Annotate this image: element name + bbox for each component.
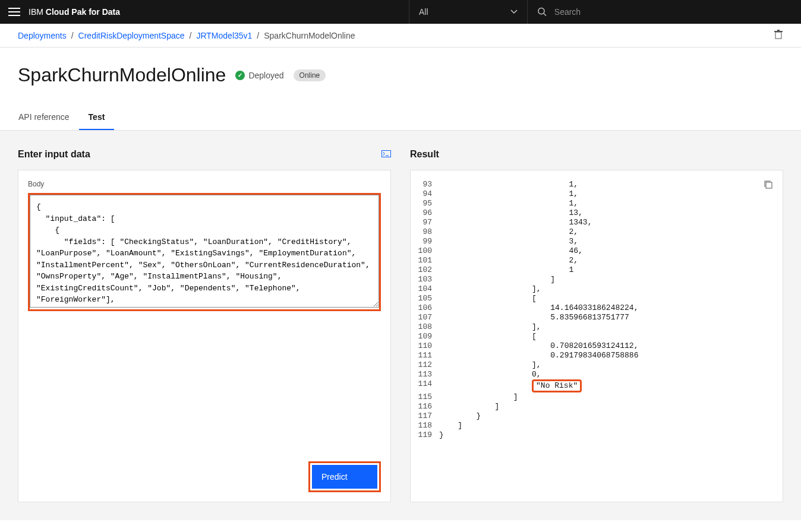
status-text: Deployed xyxy=(248,71,283,80)
page-header: SparkChurnModelOnline Deployed Online xyxy=(0,48,801,86)
breadcrumb-link-model[interactable]: JRTModel35v1 xyxy=(196,31,252,40)
result-line: 103 ] xyxy=(415,275,773,284)
search-box[interactable] xyxy=(528,0,801,24)
result-line: 97 1343, xyxy=(415,218,773,227)
result-line: 102 1 xyxy=(415,265,773,275)
line-code: } xyxy=(439,430,444,440)
tab-test[interactable]: Test xyxy=(79,105,115,130)
line-code: 1, xyxy=(439,180,578,189)
svg-point-3 xyxy=(538,8,544,14)
line-code: 1 xyxy=(439,265,573,275)
line-code: 13, xyxy=(439,208,583,218)
chevron-down-icon xyxy=(510,10,518,14)
line-code: ] xyxy=(439,392,518,402)
line-number: 95 xyxy=(415,199,439,208)
line-number: 93 xyxy=(415,180,439,189)
svg-rect-1 xyxy=(8,11,20,12)
line-number: 108 xyxy=(415,322,439,332)
svg-line-4 xyxy=(544,14,546,16)
line-number: 118 xyxy=(415,421,439,430)
online-badge: Online xyxy=(294,69,326,81)
result-line: 100 46, xyxy=(415,246,773,256)
line-number: 100 xyxy=(415,246,439,256)
top-bar: IBM Cloud Pak for Data All xyxy=(0,0,801,24)
line-code: ] xyxy=(439,402,499,411)
result-panel: Result 93 1,94 1,95 1,96 13,97 xyxy=(410,148,783,502)
result-line: 94 1, xyxy=(415,189,773,199)
line-number: 96 xyxy=(415,208,439,218)
result-line: 114 "No Risk" xyxy=(415,379,773,392)
body-textarea[interactable] xyxy=(30,195,379,308)
line-code: 2, xyxy=(439,227,578,237)
line-code: 46, xyxy=(439,246,583,256)
svg-rect-6 xyxy=(774,31,783,32)
line-code: 1, xyxy=(439,189,578,199)
result-line: 108 ], xyxy=(415,322,773,332)
body-textarea-highlight xyxy=(28,193,381,311)
svg-rect-7 xyxy=(777,30,780,31)
line-code: 0.7082016593124112, xyxy=(439,341,638,351)
breadcrumb-link-space[interactable]: CreditRiskDeploymentSpace xyxy=(78,31,185,40)
status-check-icon xyxy=(235,71,245,80)
line-number: 109 xyxy=(415,332,439,341)
result-output: 93 1,94 1,95 1,96 13,97 1343,98 2,99 xyxy=(410,170,783,502)
line-code: "No Risk" xyxy=(439,379,582,392)
search-icon xyxy=(537,7,547,17)
result-line: 93 1, xyxy=(415,180,773,189)
format-icon[interactable] xyxy=(381,150,391,159)
brand-label: IBM Cloud Pak for Data xyxy=(29,7,120,17)
line-number: 111 xyxy=(415,351,439,360)
hamburger-menu-icon[interactable] xyxy=(0,0,29,24)
result-line: 98 2, xyxy=(415,227,773,237)
predict-highlight: Predict xyxy=(308,461,381,492)
result-line: 105 [ xyxy=(415,294,773,303)
line-number: 102 xyxy=(415,265,439,275)
page-title: SparkChurnModelOnline xyxy=(18,64,226,86)
tab-api-reference[interactable]: API reference xyxy=(9,105,79,130)
content-area: Enter input data Body Predict Result xyxy=(0,131,801,520)
line-number: 116 xyxy=(415,402,439,411)
result-line: 95 1, xyxy=(415,199,773,208)
line-number: 113 xyxy=(415,370,439,379)
result-line: 104 ], xyxy=(415,284,773,294)
filter-dropdown-label: All xyxy=(419,7,428,17)
status-badge: Deployed xyxy=(235,71,283,80)
line-number: 107 xyxy=(415,313,439,322)
line-code: } xyxy=(439,411,481,421)
line-number: 105 xyxy=(415,294,439,303)
line-code: ], xyxy=(439,322,541,332)
result-line: 109 [ xyxy=(415,332,773,341)
result-line: 99 3, xyxy=(415,237,773,246)
delete-icon[interactable] xyxy=(774,30,783,41)
line-code: 3, xyxy=(439,237,578,246)
line-code: 2, xyxy=(439,256,578,265)
result-highlight: "No Risk" xyxy=(532,379,582,392)
copy-icon[interactable] xyxy=(764,180,773,192)
svg-rect-0 xyxy=(8,8,20,9)
line-code: 14.164033186248224, xyxy=(439,303,638,313)
line-code: 1343, xyxy=(439,218,592,227)
result-panel-title: Result xyxy=(410,149,439,160)
line-number: 117 xyxy=(415,411,439,421)
brand-bold: Cloud Pak for Data xyxy=(46,7,120,17)
line-number: 101 xyxy=(415,256,439,265)
result-line: 107 5.835966813751777 xyxy=(415,313,773,322)
line-number: 110 xyxy=(415,341,439,351)
breadcrumb-link-deployments[interactable]: Deployments xyxy=(18,31,67,40)
predict-button[interactable]: Predict xyxy=(312,465,377,489)
line-code: [ xyxy=(439,294,537,303)
result-line: 113 0, xyxy=(415,370,773,379)
breadcrumb-current: SparkChurnModelOnline xyxy=(264,31,355,40)
svg-rect-5 xyxy=(775,32,781,39)
line-number: 94 xyxy=(415,189,439,199)
line-code: ] xyxy=(439,275,555,284)
input-panel: Enter input data Body Predict xyxy=(18,148,391,502)
line-number: 119 xyxy=(415,430,439,440)
result-line: 110 0.7082016593124112, xyxy=(415,341,773,351)
filter-dropdown[interactable]: All xyxy=(409,0,528,24)
line-code: ] xyxy=(439,421,462,430)
line-number: 97 xyxy=(415,218,439,227)
search-input[interactable] xyxy=(554,7,791,17)
result-line: 96 13, xyxy=(415,208,773,218)
result-line: 111 0.29179834068758886 xyxy=(415,351,773,360)
